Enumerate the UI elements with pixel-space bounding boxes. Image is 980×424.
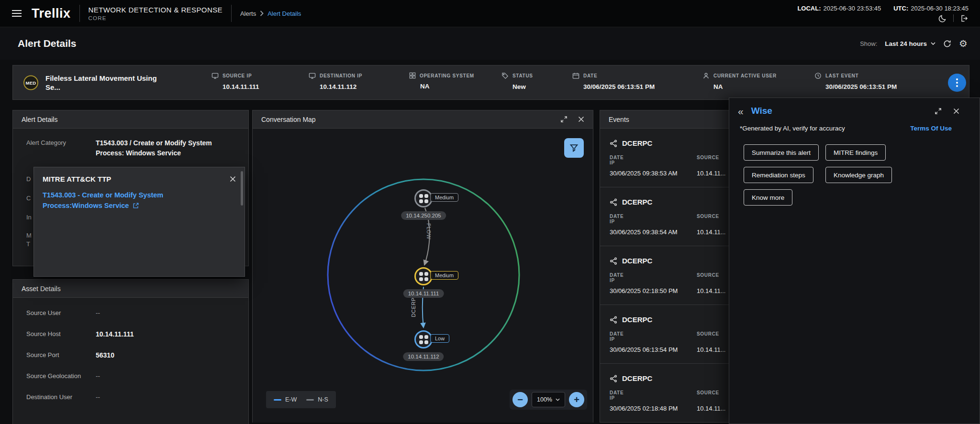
breadcrumb-alerts[interactable]: Alerts bbox=[240, 10, 256, 17]
page-header: Alert Details Show: Last 24 hours ⚙ bbox=[0, 27, 980, 60]
expand-icon[interactable] bbox=[560, 116, 568, 123]
asset-details-panel-title: Asset Details bbox=[22, 285, 61, 293]
knowledge-graph-button[interactable]: Knowledge graph bbox=[825, 167, 892, 183]
zoom-out-button[interactable]: − bbox=[512, 392, 528, 407]
close-icon[interactable] bbox=[953, 108, 959, 114]
event-list-item[interactable]: DCERPC DATESOURCE IP 30/06/2025 06:13:54… bbox=[600, 305, 734, 364]
summary-field-destination-ip: DESTINATION IP 10.14.11.112 bbox=[309, 72, 362, 90]
share-icon bbox=[610, 140, 617, 147]
event-list-item[interactable]: DCERPC DATESOURCE IP 30/06/2025 09:38:53… bbox=[600, 129, 734, 187]
map-node-destination-host[interactable]: Low 10.14.11.112 bbox=[414, 330, 433, 348]
remediation-steps-button[interactable]: Remediation steps bbox=[744, 167, 813, 183]
node-severity-badge: Low bbox=[430, 334, 449, 343]
wise-assistant-panel: « Wise *Generated by AI, verify for accu… bbox=[729, 98, 980, 424]
asset-row-destination-user: Destination User -- bbox=[13, 393, 248, 414]
share-icon bbox=[610, 375, 617, 382]
node-severity-badge: Medium bbox=[430, 193, 458, 202]
clock-readout: LOCAL:2025-06-30 23:53:45 UTC:2025-06-30… bbox=[797, 5, 969, 12]
node-severity-badge: Medium bbox=[430, 271, 458, 280]
chevron-down-icon bbox=[931, 42, 935, 45]
settings-gear-icon[interactable]: ⚙ bbox=[959, 39, 968, 48]
map-node-source-host[interactable]: Medium 10.14.11.111 bbox=[414, 267, 433, 285]
clock-icon bbox=[814, 72, 822, 79]
ai-disclaimer: *Generated by AI, verify for accuracy bbox=[740, 125, 845, 132]
node-ip-label: 10.14.11.112 bbox=[403, 352, 444, 361]
summary-field-date: DATE 30/06/2025 06:13:51 PM bbox=[572, 72, 655, 90]
event-list-item[interactable]: DCERPC DATESOURCE IP 30/06/2025 09:38:54… bbox=[600, 187, 734, 246]
source-ip-icon bbox=[212, 72, 219, 79]
map-node-external-host[interactable]: Medium 10.14.250.205 bbox=[414, 189, 433, 207]
event-list-item[interactable]: DCERPC DATESOURCE IP 30/06/2025 02:18:50… bbox=[600, 246, 734, 305]
summary-field-last-event: LAST EVENT 30/06/2025 06:13:51 PM bbox=[814, 72, 897, 90]
mitre-ttp-link[interactable]: T1543.003 - Create or Modify System Proc… bbox=[34, 188, 245, 211]
map-filter-button[interactable] bbox=[564, 138, 584, 158]
obscured-field-label: In bbox=[26, 214, 32, 221]
node-ip-label: 10.14.250.205 bbox=[401, 211, 446, 220]
share-icon bbox=[610, 198, 617, 206]
alert-details-panel-title: Alert Details bbox=[22, 116, 57, 123]
divider bbox=[79, 5, 80, 22]
legend-dash-gray bbox=[306, 399, 314, 401]
alert-category-value: T1543.003 / Create or Modify System Proc… bbox=[96, 138, 235, 158]
show-label: Show: bbox=[860, 40, 877, 47]
mitre-popup-title: MITRE ATT&CK TTP bbox=[43, 175, 111, 183]
mitre-findings-button[interactable]: MITRE findings bbox=[825, 144, 886, 161]
refresh-icon[interactable] bbox=[943, 40, 951, 48]
know-more-button[interactable]: Know more bbox=[744, 189, 792, 206]
obscured-field-label: D bbox=[26, 175, 31, 183]
zoom-level-dropdown[interactable]: 100% bbox=[532, 392, 565, 407]
share-icon bbox=[610, 257, 617, 265]
time-range-dropdown[interactable]: Last 24 hours bbox=[885, 40, 935, 47]
filter-funnel-icon bbox=[569, 143, 579, 152]
alert-summary-bar: MED Fileless Lateral Movement Using Se..… bbox=[12, 65, 969, 100]
summary-field-os: OPERATING SYSTEM NA bbox=[409, 72, 474, 90]
conversation-map-canvas[interactable]: FLOW DCERPC Medium 10.14.250.205 Medium … bbox=[253, 129, 593, 423]
conversation-map-panel: Conversation Map bbox=[252, 110, 593, 423]
node-ip-label: 10.14.11.111 bbox=[403, 289, 444, 298]
zoom-controls: − 100% + bbox=[510, 390, 587, 410]
logout-icon[interactable] bbox=[960, 14, 969, 22]
severity-badge: MED bbox=[23, 75, 38, 90]
close-icon[interactable] bbox=[578, 116, 584, 122]
wise-title: Wise bbox=[751, 106, 772, 116]
mitre-attack-ttp-popup: MITRE ATT&CK TTP T1543.003 - Create or M… bbox=[33, 167, 245, 277]
more-actions-button[interactable] bbox=[948, 74, 966, 92]
share-icon bbox=[610, 316, 617, 324]
legend-east-west[interactable]: E-W bbox=[274, 396, 297, 403]
legend-north-south[interactable]: N-S bbox=[306, 396, 328, 403]
zoom-in-button[interactable]: + bbox=[569, 392, 584, 407]
top-app-bar: Trellix NETWORK DETECTION & RESPONSE COR… bbox=[0, 0, 980, 27]
asset-row-source-geolocation: Source Geolocation -- bbox=[13, 372, 248, 393]
scrollbar[interactable] bbox=[241, 171, 243, 206]
alert-category-label: Alert Category bbox=[26, 138, 96, 158]
events-panel-title: Events bbox=[609, 116, 629, 123]
chevron-down-icon bbox=[556, 398, 560, 401]
breadcrumb: Alerts Alert Details bbox=[240, 10, 301, 17]
terms-of-use-link[interactable]: Terms Of Use bbox=[910, 125, 952, 132]
obscured-field-label: C bbox=[26, 195, 31, 202]
summarize-alert-button[interactable]: Summarize this alert bbox=[744, 144, 819, 161]
calendar-icon bbox=[572, 72, 579, 79]
close-icon[interactable] bbox=[230, 176, 236, 182]
asset-details-panel: Asset Details Source User -- Source Host… bbox=[12, 279, 249, 424]
dark-mode-moon-icon[interactable] bbox=[938, 14, 947, 22]
conversation-map-title: Conversation Map bbox=[261, 116, 316, 123]
divider bbox=[953, 14, 954, 22]
user-icon bbox=[702, 72, 710, 79]
destination-ip-icon bbox=[309, 72, 316, 79]
os-icon bbox=[409, 72, 416, 79]
legend-dash-blue bbox=[274, 399, 281, 401]
status-tag-icon bbox=[501, 72, 509, 79]
page-title: Alert Details bbox=[18, 38, 77, 49]
map-legend: E-W N-S bbox=[266, 391, 336, 408]
asset-row-source-port: Source Port 56310 bbox=[13, 351, 248, 372]
summary-field-status: STATUS New bbox=[501, 72, 533, 90]
hamburger-menu-icon[interactable] bbox=[11, 9, 22, 18]
obscured-field-label: T bbox=[26, 240, 30, 248]
trellix-logo[interactable]: Trellix bbox=[32, 6, 71, 21]
event-list-item[interactable]: DCERPC DATESOURCE IP 30/06/2025 02:18:48… bbox=[600, 364, 734, 423]
alert-title[interactable]: Fileless Lateral Movement Using Se... bbox=[45, 73, 163, 92]
product-name: NETWORK DETECTION & RESPONSE CORE bbox=[89, 6, 223, 21]
collapse-panel-icon[interactable]: « bbox=[738, 106, 744, 116]
expand-icon[interactable] bbox=[935, 108, 942, 115]
